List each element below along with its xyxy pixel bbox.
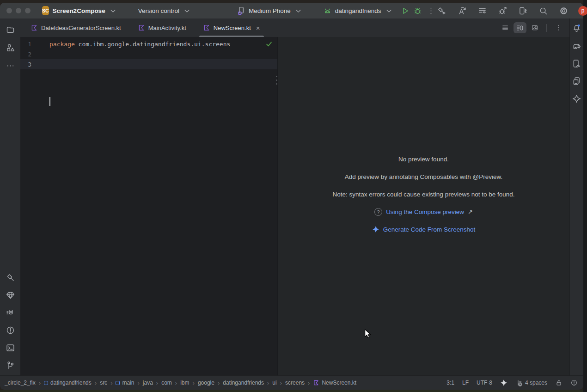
power-save-status-button[interactable] (570, 379, 578, 386)
breadcrumb-separator: › (175, 380, 177, 386)
terminal-tool-button[interactable] (3, 341, 17, 355)
device-mirror-icon (518, 6, 528, 16)
logcat-tool-button[interactable] (3, 306, 17, 319)
mouse-cursor (364, 329, 371, 339)
project-menu[interactable]: Screen2Compose (53, 6, 118, 16)
device-manager-button[interactable] (571, 75, 583, 87)
avatar[interactable]: p (578, 6, 587, 16)
gemini-tool-button[interactable] (571, 92, 583, 104)
breadcrumb-item[interactable]: datingandfriends (44, 380, 92, 386)
breadcrumb-item[interactable]: java (143, 380, 153, 386)
line-separator-widget[interactable]: LF (462, 380, 469, 386)
run-configuration-selector[interactable]: datingandfriends (323, 6, 394, 16)
tab-dateideasgeneratorscreen[interactable]: DateIdeasGeneratorScreen.kt (24, 18, 128, 37)
tab-newscreen[interactable]: NewScreen.kt × (196, 18, 267, 37)
breadcrumb-item[interactable]: ibm (180, 380, 189, 386)
readonly-lock-button[interactable] (555, 379, 563, 386)
resource-manager-tool-button[interactable] (3, 41, 17, 55)
generate-code-from-screenshot-link[interactable]: Generate Code From Screenshot (383, 226, 476, 233)
editor-more-options-button[interactable] (552, 22, 565, 33)
running-devices-button[interactable] (571, 57, 583, 69)
problems-tool-button[interactable] (3, 323, 17, 337)
split-view-icon (516, 24, 524, 31)
breadcrumb-item[interactable]: main (116, 380, 134, 386)
line-number: 1 (20, 41, 31, 48)
view-mode-design-button[interactable] (528, 22, 541, 33)
todo-list-button[interactable] (477, 5, 489, 17)
gem-icon (6, 290, 15, 300)
kotlin-file-icon (31, 24, 38, 31)
breadcrumb-item[interactable]: datingandfriends (223, 380, 264, 386)
project-icon: SC (42, 6, 49, 15)
help-icon: ? (374, 208, 382, 216)
letter-a-refresh-icon (457, 6, 467, 16)
device-streaming-button[interactable] (517, 5, 529, 17)
add-preview-hint: Add preview by annotating Composables wi… (278, 173, 569, 180)
compose-preview-docs-link[interactable]: Using the Compose preview (386, 208, 464, 215)
code-line-1[interactable]: 1 package com.ibm.google.datingandfriend… (20, 39, 277, 49)
right-tool-stripe (569, 18, 583, 375)
inspections-widget[interactable] (265, 40, 273, 48)
build-tool-button[interactable] (3, 270, 17, 284)
breadcrumb-separator: › (280, 380, 282, 386)
folder-icon (6, 25, 15, 35)
breadcrumb-separator: › (218, 380, 220, 386)
text-caret (49, 97, 50, 106)
view-mode-code-button[interactable] (499, 22, 512, 33)
project-tool-button[interactable] (3, 23, 17, 37)
breadcrumb-item[interactable]: com (161, 380, 172, 386)
bug-arrow-icon (498, 6, 508, 16)
gemini-sparkle-icon (500, 379, 508, 386)
chevron-down-icon (182, 6, 192, 16)
breadcrumb-item-file[interactable]: NewScreen.kt (313, 380, 356, 386)
zoom-window-button[interactable] (25, 8, 31, 13)
device-copy-icon (572, 76, 581, 86)
device-selector[interactable]: Medium Phone (236, 6, 303, 16)
bell-icon (572, 24, 581, 33)
attach-debugger-button[interactable] (497, 5, 509, 17)
code-line-3[interactable]: 3 (20, 59, 277, 69)
caret-position-widget[interactable]: 3:1 (446, 380, 454, 386)
kotlin-file-icon (203, 24, 210, 31)
breadcrumb-item[interactable]: google (198, 380, 214, 386)
code-line-2[interactable]: 2 (20, 49, 277, 59)
app-quality-insights-tool-button[interactable] (3, 288, 17, 302)
cat-icon (6, 308, 15, 318)
code-editor[interactable]: 1 package com.ibm.google.datingandfriend… (20, 37, 277, 375)
close-tab-button[interactable]: × (256, 24, 260, 31)
run-play-icon (400, 6, 410, 16)
encoding-widget[interactable]: UTF-8 (477, 380, 492, 386)
sync-translate-button[interactable] (456, 5, 468, 17)
syntax-error-note: Note: syntax errors could cause existing… (278, 191, 569, 198)
more-tool-windows-button[interactable] (3, 59, 17, 73)
unlocked-padlock-icon (555, 379, 563, 386)
more-actions-button[interactable] (426, 5, 436, 17)
version-control-tool-button[interactable] (3, 358, 17, 372)
version-control-menu[interactable]: Version control (138, 6, 192, 16)
gemini-status-button[interactable] (500, 379, 508, 386)
minimize-window-button[interactable] (16, 8, 21, 13)
line-number: 3 (20, 61, 31, 68)
view-mode-split-button[interactable] (514, 22, 526, 33)
build-button[interactable] (436, 5, 448, 17)
title-bar: SC Screen2Compose Version control Medium… (0, 3, 583, 18)
settings-button[interactable] (558, 5, 570, 17)
gradle-tool-button[interactable] (571, 40, 583, 52)
notifications-button[interactable] (571, 22, 583, 34)
breadcrumb-item[interactable]: _circle_2_fix (5, 380, 36, 386)
indent-widget[interactable]: 4 spaces (515, 379, 547, 386)
close-window-button[interactable] (6, 8, 12, 13)
run-button[interactable] (400, 5, 410, 17)
tab-mainactivity[interactable]: MainActivity.kt (131, 18, 193, 37)
breadcrumb-separator: › (110, 380, 112, 386)
breadcrumb-item[interactable]: screens (285, 380, 305, 386)
debug-button[interactable] (413, 5, 422, 17)
gear-icon (559, 6, 569, 16)
kotlin-file-icon (313, 380, 319, 386)
chevron-down-icon (108, 6, 118, 16)
keyword-package: package (49, 41, 75, 48)
search-everywhere-button[interactable] (538, 5, 550, 17)
breadcrumb-item[interactable]: src (100, 380, 107, 386)
breadcrumb-item[interactable]: ui (272, 380, 276, 386)
chevron-down-icon (294, 6, 303, 16)
